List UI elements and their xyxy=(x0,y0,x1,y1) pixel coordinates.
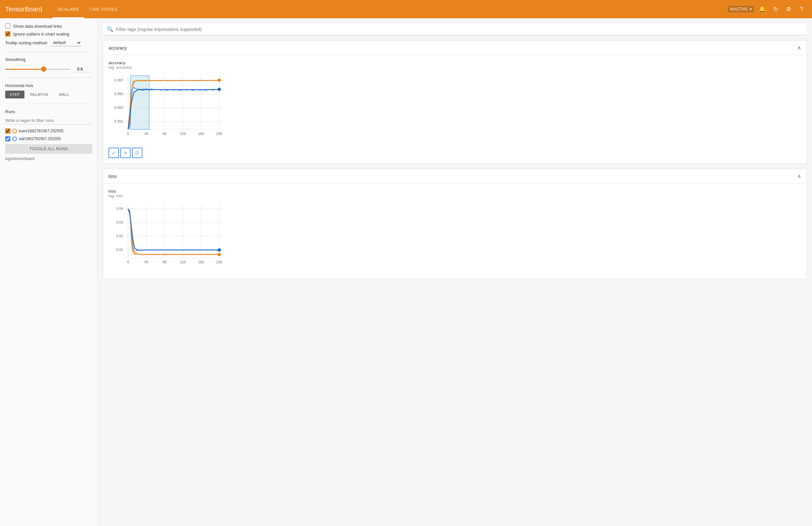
sidebar-options: Show data download links Ignore outliers… xyxy=(5,24,92,52)
show-data-links-checkbox[interactable] xyxy=(5,24,11,29)
status-dropdown[interactable]: INACTIVE ▾ xyxy=(727,5,755,13)
run-name-val: val/1662781567.252555 xyxy=(19,137,61,141)
svg-text:0.991: 0.991 xyxy=(114,119,123,123)
accuracy-chart-title: accuracy xyxy=(108,60,801,65)
svg-text:200: 200 xyxy=(216,132,222,136)
run-item-val[interactable]: val/1662781567.252555 xyxy=(5,136,92,141)
loss-chart-container: loss tag: loss xyxy=(108,189,801,273)
run-checkbox-train[interactable] xyxy=(5,128,11,133)
loss-train-end-dot xyxy=(218,253,221,256)
svg-text:0.993: 0.993 xyxy=(114,105,123,110)
runs-section: Runs train/1662781567.252555 val/1662781… xyxy=(5,109,92,166)
accuracy-expand-btn[interactable]: ⤢ xyxy=(108,148,119,158)
show-data-links-row[interactable]: Show data download links xyxy=(5,24,92,29)
accuracy-train-end-dot xyxy=(218,79,221,82)
smoothing-value-input[interactable] xyxy=(73,66,92,72)
loss-train-noisy-line xyxy=(128,209,219,255)
loss-chevron-icon: ∧ xyxy=(797,173,801,179)
tooltip-row: Tooltip sorting method: default ascendin… xyxy=(5,39,92,46)
ignore-outliers-label: Ignore outliers in chart scaling xyxy=(13,32,69,37)
accuracy-download-btn[interactable]: ⊡ xyxy=(132,148,142,158)
tooltip-sorting-label: Tooltip sorting method: xyxy=(5,40,48,45)
status-dropdown-arrow: ▾ xyxy=(750,7,752,11)
run-checkbox-val[interactable] xyxy=(5,136,11,141)
smoothing-slider[interactable] xyxy=(5,69,70,70)
axis-btn-relative[interactable]: RELATIVE xyxy=(26,90,53,98)
filter-search-icon: 🔍 xyxy=(107,26,113,32)
run-name-train: train/1662781567.252555 xyxy=(19,129,63,133)
accuracy-x-labels: 0 40 80 120 160 200 xyxy=(127,132,222,136)
help-icon[interactable]: ? xyxy=(796,4,807,14)
toggle-all-runs-button[interactable]: TOGGLE ALL RUNS xyxy=(5,144,92,154)
svg-text:0.995: 0.995 xyxy=(114,92,123,96)
svg-text:160: 160 xyxy=(198,132,204,136)
svg-text:0.01: 0.01 xyxy=(116,248,123,252)
loss-val-smooth-line xyxy=(128,209,219,250)
filter-bar: 🔍 xyxy=(103,24,807,35)
svg-text:80: 80 xyxy=(163,132,166,136)
accuracy-chart-svg[interactable]: 0.997 0.995 0.993 0.991 0 40 80 120 xyxy=(108,72,232,144)
accuracy-section-body: accuracy tag: accuracy xyxy=(103,55,807,163)
logs-path: logs/tensorboard xyxy=(5,156,92,161)
run-circle-val xyxy=(12,137,17,141)
runs-label: Runs xyxy=(5,109,92,114)
main-nav: SCALARS TIME SERIES xyxy=(53,0,727,18)
accuracy-section: accuracy ∧ accuracy tag: accuracy xyxy=(103,40,807,164)
accuracy-y-labels: 0.997 0.995 0.993 0.991 xyxy=(114,78,123,123)
svg-text:160: 160 xyxy=(198,260,204,264)
accuracy-chevron-icon: ∧ xyxy=(797,45,801,51)
smoothing-label: Smoothing xyxy=(5,57,92,62)
accuracy-section-header[interactable]: accuracy ∧ xyxy=(103,41,807,55)
ignore-outliers-checkbox[interactable] xyxy=(5,31,11,37)
nav-time-series[interactable]: TIME SERIES xyxy=(84,0,123,18)
loss-train-smooth-line xyxy=(128,209,219,255)
show-data-links-label: Show data download links xyxy=(13,24,62,29)
svg-text:120: 120 xyxy=(180,132,186,136)
run-item-train[interactable]: train/1662781567.252555 xyxy=(5,128,92,133)
loss-section-title: loss xyxy=(108,174,117,179)
status-label: INACTIVE xyxy=(730,7,748,11)
svg-text:40: 40 xyxy=(144,260,148,264)
run-circle-train xyxy=(12,129,17,133)
app-header: TensorBoard SCALARS TIME SERIES INACTIVE… xyxy=(0,0,812,18)
svg-text:0.04: 0.04 xyxy=(116,207,123,211)
smoothing-row xyxy=(5,66,92,72)
accuracy-chart-container: accuracy tag: accuracy xyxy=(108,60,801,158)
settings-icon[interactable]: ⚙ xyxy=(783,4,794,14)
loss-section: loss ∧ loss tag: loss xyxy=(103,169,807,279)
axis-btn-step[interactable]: STEP xyxy=(5,90,25,98)
smoothing-section: Smoothing xyxy=(5,57,92,78)
axis-buttons-group: STEP RELATIVE WALL xyxy=(5,90,92,98)
notification-icon[interactable]: 🔔 xyxy=(757,4,768,14)
svg-text:0: 0 xyxy=(127,132,129,136)
loss-y-labels: 0.04 0.03 0.02 0.01 xyxy=(116,207,123,252)
svg-text:0.03: 0.03 xyxy=(116,220,123,224)
loss-x-labels: 0 40 80 120 160 200 xyxy=(127,260,222,264)
loss-chart-svg[interactable]: 0.04 0.03 0.02 0.01 0 40 80 120 xyxy=(108,201,232,272)
loss-val-end-dot xyxy=(218,248,221,252)
svg-text:120: 120 xyxy=(180,260,186,264)
tooltip-sorting-select[interactable]: default ascending descending nearest xyxy=(50,39,82,46)
axis-btn-wall[interactable]: WALL xyxy=(54,90,74,98)
runs-filter-input[interactable] xyxy=(5,117,92,125)
refresh-icon[interactable]: ↻ xyxy=(770,4,781,14)
svg-text:0.02: 0.02 xyxy=(116,234,123,238)
ignore-outliers-row[interactable]: Ignore outliers in chart scaling xyxy=(5,31,92,37)
main-content: 🔍 accuracy ∧ accuracy tag: accuracy xyxy=(98,18,812,526)
loss-val-noisy-line xyxy=(128,209,219,252)
main-layout: Show data download links Ignore outliers… xyxy=(0,18,812,526)
sidebar: Show data download links Ignore outliers… xyxy=(0,18,98,526)
horizontal-axis-label: Horizontal Axis xyxy=(5,83,92,88)
svg-text:200: 200 xyxy=(216,260,222,264)
nav-scalars[interactable]: SCALARS xyxy=(53,0,84,18)
accuracy-chart-tag: tag: accuracy xyxy=(108,65,801,70)
accuracy-data-btn[interactable]: ≡ xyxy=(120,148,131,158)
app-logo: TensorBoard xyxy=(5,5,42,13)
tag-filter-input[interactable] xyxy=(116,27,803,32)
loss-chart-tag: tag: loss xyxy=(108,194,801,198)
horizontal-axis-section: Horizontal Axis STEP RELATIVE WALL xyxy=(5,83,92,104)
svg-text:40: 40 xyxy=(144,132,148,136)
loss-section-body: loss tag: loss xyxy=(103,184,807,279)
loss-section-header[interactable]: loss ∧ xyxy=(103,169,807,184)
accuracy-val-end-dot xyxy=(218,88,221,91)
